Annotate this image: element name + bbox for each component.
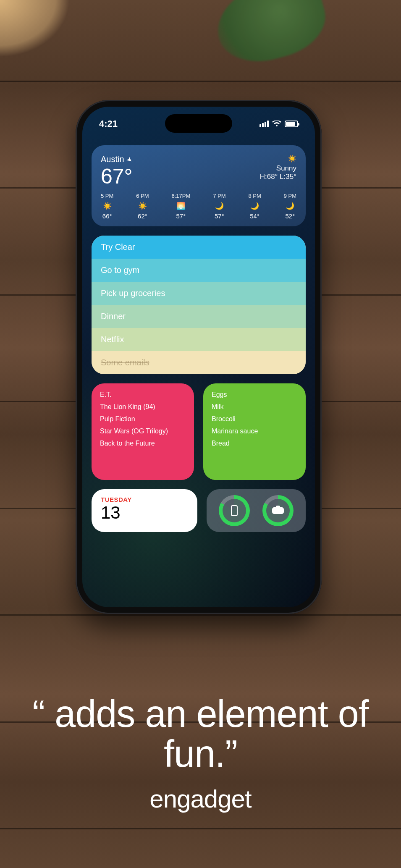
weather-widget[interactable]: Austin ➤ 67° ☀️ Sunny H:68° L:35° 5 PM☀️…	[92, 145, 306, 226]
calendar-day: 13	[101, 504, 188, 522]
cellular-icon	[259, 121, 269, 127]
list-item[interactable]: Try Clear	[92, 236, 306, 259]
list-item[interactable]: Dinner	[92, 305, 306, 328]
movies-widget[interactable]: E.T.The Lion King (94)Pulp FictionStar W…	[92, 383, 194, 480]
weather-hour: 6 PM☀️62°	[136, 193, 149, 220]
list-item: The Lion King (94)	[100, 403, 186, 411]
groceries-widget[interactable]: EggsMilkBroccoliMarinara sauceBread	[203, 383, 306, 480]
list-item[interactable]: Go to gym	[92, 259, 306, 282]
weather-hilo: H:68° L:35°	[260, 173, 296, 181]
battery-ring-case	[262, 495, 294, 526]
batteries-widget[interactable]	[207, 489, 306, 532]
status-time: 4:21	[99, 118, 118, 129]
weather-hour: 8 PM🌙54°	[248, 193, 261, 220]
list-item: Pulp Fiction	[100, 415, 186, 423]
wifi-icon	[272, 121, 281, 127]
wood-background: 4:21 Austin ➤	[0, 0, 401, 868]
phone-icon	[231, 505, 238, 516]
list-item: Back to the Future	[100, 440, 186, 447]
calendar-dow: TUESDAY	[101, 496, 188, 503]
iphone-screen: 4:21 Austin ➤	[82, 107, 315, 607]
weather-hour: 7 PM🌙57°	[213, 193, 225, 220]
list-item: Star Wars (OG Trilogy)	[100, 427, 186, 435]
calendar-widget[interactable]: TUESDAY 13	[92, 489, 197, 532]
clear-list-widget[interactable]: Try ClearGo to gymPick up groceriesDinne…	[92, 236, 306, 374]
weather-hour: 6:17PM🌅57°	[171, 193, 190, 220]
list-item: Broccoli	[212, 415, 297, 423]
list-item[interactable]: Pick up groceries	[92, 282, 306, 305]
weather-hour: 5 PM☀️66°	[101, 193, 113, 220]
list-item[interactable]: Some emails	[92, 351, 306, 374]
sun-icon: ☀️	[260, 155, 296, 163]
weather-hourly: 5 PM☀️66°6 PM☀️62°6:17PM🌅57°7 PM🌙57°8 PM…	[101, 193, 296, 220]
weather-temp: 67°	[101, 166, 133, 187]
list-item: Eggs	[212, 391, 297, 399]
brand-text: engadget	[21, 784, 380, 813]
weather-hour: 9 PM🌙52°	[284, 193, 296, 220]
list-item[interactable]: Netflix	[92, 328, 306, 351]
status-bar: 4:21	[82, 118, 315, 129]
battery-icon	[285, 121, 298, 127]
caption: “ adds an element of fun.” engadget	[0, 694, 401, 813]
weather-condition: Sunny	[260, 164, 296, 173]
iphone-frame: 4:21 Austin ➤	[76, 100, 322, 614]
quote-text: “ adds an element of fun.”	[21, 694, 380, 774]
case-icon	[272, 507, 284, 514]
list-item: Marinara sauce	[212, 427, 297, 435]
list-item: Milk	[212, 403, 297, 411]
leaf-decoration	[208, 0, 333, 72]
list-item: Bread	[212, 440, 297, 447]
list-item: E.T.	[100, 391, 186, 399]
battery-ring-phone	[219, 495, 250, 526]
location-arrow-icon: ➤	[125, 155, 134, 164]
weather-location: Austin	[101, 155, 124, 164]
